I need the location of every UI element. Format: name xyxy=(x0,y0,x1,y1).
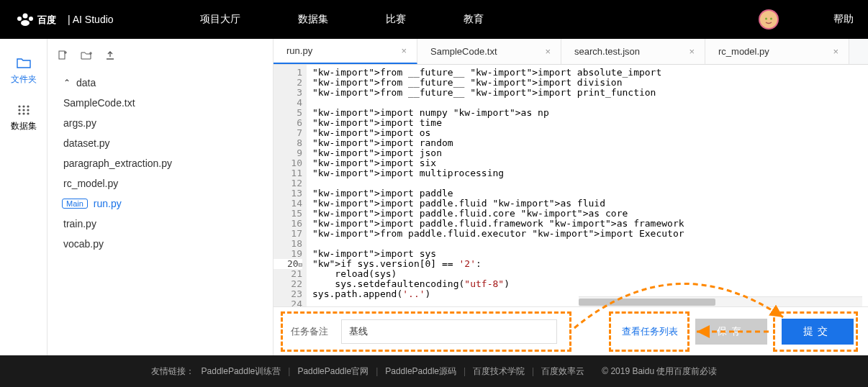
logo[interactable]: 百度 | AI Studio xyxy=(14,12,114,27)
main-badge: Main xyxy=(62,199,88,209)
svg-point-7 xyxy=(770,18,772,20)
folder-data[interactable]: ⌃data xyxy=(58,73,273,93)
submit-button[interactable]: 提交 xyxy=(782,319,854,345)
tab-searchjson[interactable]: search.test.json× xyxy=(561,39,705,64)
file-item[interactable]: dataset.py xyxy=(58,133,273,153)
code-editor[interactable]: 1234567891011121314151617181920⊟21222324… xyxy=(273,65,868,306)
view-task-list-link[interactable]: 查看任务列表 xyxy=(622,325,678,338)
nav-datasets[interactable]: 数据集 xyxy=(298,13,328,26)
folder-icon xyxy=(11,58,37,69)
svg-point-11 xyxy=(18,109,20,111)
svg-rect-17 xyxy=(59,51,65,59)
svg-point-9 xyxy=(22,105,24,107)
line-gutter: 1234567891011121314151617181920⊟21222324 xyxy=(273,65,307,306)
close-icon[interactable]: × xyxy=(689,46,695,57)
svg-point-12 xyxy=(22,109,24,111)
svg-point-14 xyxy=(18,112,20,114)
nav-education[interactable]: 教育 xyxy=(464,13,484,26)
svg-point-13 xyxy=(27,109,29,111)
svg-point-15 xyxy=(22,112,24,114)
top-header: 百度 | AI Studio 项目大厅 数据集 比赛 教育 帮助 xyxy=(0,0,868,39)
task-remark-input[interactable] xyxy=(341,319,557,344)
help-link[interactable]: 帮助 xyxy=(833,13,854,26)
chevron-down-icon: ⌃ xyxy=(63,78,71,88)
svg-point-2 xyxy=(29,17,33,21)
footer-link[interactable]: PaddlePaddle官网 xyxy=(297,365,369,378)
svg-point-0 xyxy=(17,17,22,21)
scroll-thumb[interactable] xyxy=(579,299,715,306)
close-icon[interactable]: × xyxy=(545,46,551,57)
task-remark-label: 任务备注 xyxy=(291,325,328,338)
footer-link[interactable]: 百度效率云 xyxy=(541,365,584,378)
tab-rcmodel[interactable]: rc_model.py× xyxy=(705,39,849,64)
new-file-icon[interactable] xyxy=(58,50,68,63)
task-bar: 任务备注 查看任务列表 保存 提交 xyxy=(273,306,868,355)
file-item[interactable]: vocab.py xyxy=(58,234,273,254)
rail-datasets[interactable]: 数据集 xyxy=(11,104,37,132)
footer-link[interactable]: PaddlePaddle训练营 xyxy=(202,365,281,378)
new-folder-icon[interactable] xyxy=(81,50,92,63)
file-tree-pane: ⌃data SampleCode.txt args.py dataset.py … xyxy=(48,39,273,355)
close-icon[interactable]: × xyxy=(833,46,838,57)
avatar[interactable] xyxy=(759,9,779,29)
baidu-logo-icon: 百度 xyxy=(14,12,60,27)
main-body: 文件夹 数据集 ⌃data SampleCode.txt args.py dat… xyxy=(0,39,868,355)
top-nav: 项目大厅 数据集 比赛 教育 xyxy=(200,13,484,26)
svg-point-5 xyxy=(760,11,777,28)
dataset-icon xyxy=(11,104,37,116)
horizontal-scrollbar[interactable] xyxy=(579,296,862,306)
file-item[interactable]: train.py xyxy=(58,214,273,234)
upload-icon[interactable] xyxy=(105,50,115,63)
svg-point-10 xyxy=(27,105,29,107)
svg-point-16 xyxy=(27,112,29,114)
svg-point-3 xyxy=(21,20,30,26)
editor-tabs: run.py× SampleCode.txt× search.test.json… xyxy=(273,39,868,65)
save-button[interactable]: 保存 xyxy=(695,319,767,345)
editor-area: run.py× SampleCode.txt× search.test.json… xyxy=(273,39,868,355)
file-item[interactable]: rc_model.py xyxy=(58,173,273,194)
file-toolbar xyxy=(48,46,273,73)
avatar-icon xyxy=(760,11,777,28)
footer-link[interactable]: PaddlePaddle源码 xyxy=(385,365,456,378)
svg-point-1 xyxy=(23,14,28,19)
brand-text: | AI Studio xyxy=(68,14,114,25)
file-item[interactable]: args.py xyxy=(58,113,273,133)
file-tree: ⌃data SampleCode.txt args.py dataset.py … xyxy=(48,73,273,254)
svg-point-6 xyxy=(765,18,767,20)
file-item[interactable]: paragraph_extraction.py xyxy=(58,153,273,173)
file-item[interactable]: SampleCode.txt xyxy=(58,93,273,113)
tab-samplecode[interactable]: SampleCode.txt× xyxy=(417,39,561,64)
code-content[interactable]: "kw-import">from __future__ "kw-import">… xyxy=(307,65,690,306)
footer-link[interactable]: 百度技术学院 xyxy=(473,365,525,378)
nav-competition[interactable]: 比赛 xyxy=(386,13,406,26)
svg-point-8 xyxy=(18,105,20,107)
svg-text:百度: 百度 xyxy=(37,14,56,25)
footer-copyright: © 2019 Baidu 使用百度前必读 xyxy=(602,365,717,378)
rail-files[interactable]: 文件夹 xyxy=(11,58,37,86)
nav-projects[interactable]: 项目大厅 xyxy=(200,13,240,26)
file-item-main[interactable]: Mainrun.py xyxy=(58,194,273,214)
footer: 友情链接： PaddlePaddle训练营| PaddlePaddle官网| P… xyxy=(0,355,868,387)
left-rail: 文件夹 数据集 xyxy=(0,39,48,355)
tab-run-py[interactable]: run.py× xyxy=(273,39,417,64)
close-icon[interactable]: × xyxy=(401,45,407,56)
footer-prefix: 友情链接： xyxy=(151,365,194,378)
